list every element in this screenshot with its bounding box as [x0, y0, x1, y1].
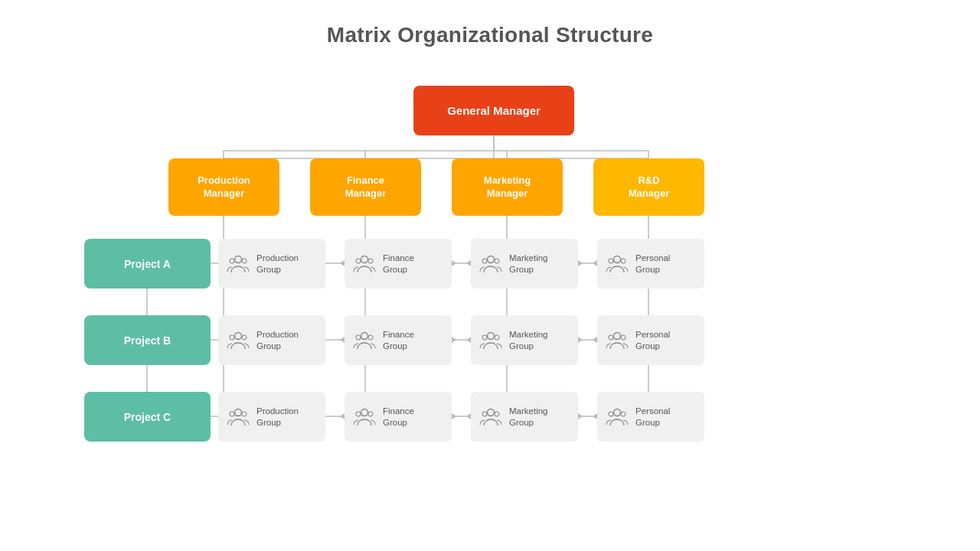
- svg-point-77: [488, 409, 495, 416]
- svg-point-49: [242, 259, 247, 263]
- rd-manager-box: R&DManager: [593, 158, 704, 216]
- group-icon-fin-c: [351, 403, 378, 431]
- group-fin-a: FinanceGroup: [345, 239, 452, 289]
- svg-marker-40: [578, 337, 583, 343]
- svg-point-69: [609, 335, 613, 340]
- svg-point-62: [361, 332, 368, 339]
- group-mkt-a: MarketingGroup: [471, 239, 578, 289]
- general-manager-box: General Manager: [413, 86, 574, 135]
- project-c-label: Project C: [124, 411, 171, 423]
- svg-point-81: [609, 412, 613, 416]
- group-per-c: PersonalGroup: [597, 392, 704, 442]
- svg-point-59: [235, 332, 242, 339]
- group-label-mkt-a: MarketingGroup: [509, 253, 548, 276]
- svg-point-48: [230, 259, 234, 263]
- svg-point-78: [482, 412, 487, 416]
- svg-point-56: [614, 256, 621, 262]
- group-icon-mkt-c: [477, 403, 505, 431]
- group-icon-mkt-b: [477, 327, 505, 354]
- rd-manager-label: R&DManager: [629, 174, 669, 201]
- group-mkt-c: MarketingGroup: [471, 392, 578, 442]
- group-icon-prod-c: [224, 403, 252, 431]
- marketing-manager-label: MarketingManager: [484, 174, 531, 201]
- group-label-per-a: PersonalGroup: [635, 253, 670, 276]
- svg-point-51: [356, 259, 361, 263]
- group-icon-per-a: [603, 250, 631, 278]
- group-label-prod-b: ProductionGroup: [256, 329, 299, 352]
- group-label-fin-c: FinanceGroup: [383, 406, 414, 429]
- group-fin-b: FinanceGroup: [345, 315, 452, 365]
- svg-marker-33: [452, 260, 456, 266]
- svg-point-80: [614, 409, 621, 416]
- group-label-prod-c: ProductionGroup: [256, 406, 299, 429]
- svg-point-79: [495, 412, 499, 416]
- svg-point-73: [242, 412, 247, 416]
- production-manager-box: ProductionManager: [168, 158, 279, 216]
- finance-manager-box: FinanceManager: [310, 158, 421, 216]
- group-label-fin-a: FinanceGroup: [383, 253, 414, 276]
- svg-point-64: [368, 335, 373, 340]
- project-c-box: Project C: [84, 392, 211, 442]
- svg-point-65: [488, 332, 495, 339]
- project-a-box: Project A: [84, 239, 211, 289]
- group-icon-fin-b: [351, 327, 378, 354]
- svg-point-76: [368, 412, 373, 416]
- svg-point-57: [609, 259, 613, 263]
- svg-point-66: [482, 335, 487, 340]
- group-label-mkt-b: MarketingGroup: [509, 329, 548, 352]
- chart-area: General Manager ProductionManager Financ…: [84, 78, 896, 507]
- project-a-label: Project A: [124, 258, 171, 270]
- connector-lines: [84, 78, 896, 507]
- svg-point-74: [361, 409, 368, 416]
- group-icon-fin-a: [351, 250, 378, 278]
- group-icon-prod-a: [224, 250, 252, 278]
- group-per-b: PersonalGroup: [597, 315, 704, 365]
- svg-marker-38: [452, 337, 456, 343]
- svg-point-63: [356, 335, 361, 340]
- svg-point-70: [621, 335, 626, 340]
- svg-point-54: [482, 259, 487, 263]
- svg-point-82: [621, 412, 626, 416]
- svg-marker-35: [578, 260, 583, 266]
- general-manager-label: General Manager: [447, 104, 541, 117]
- svg-marker-43: [452, 413, 456, 419]
- svg-point-53: [488, 256, 495, 262]
- svg-point-52: [368, 259, 373, 263]
- page-title: Matrix Organizational Structure: [327, 23, 653, 47]
- svg-point-75: [356, 412, 361, 416]
- group-label-prod-a: ProductionGroup: [256, 253, 299, 276]
- finance-manager-label: FinanceManager: [345, 174, 386, 201]
- svg-point-50: [361, 256, 368, 262]
- svg-point-60: [230, 335, 234, 340]
- group-label-per-c: PersonalGroup: [635, 406, 670, 429]
- group-prod-a: ProductionGroup: [218, 239, 325, 289]
- svg-point-47: [235, 256, 242, 262]
- group-icon-per-c: [603, 403, 631, 431]
- marketing-manager-box: MarketingManager: [452, 158, 563, 216]
- svg-point-68: [614, 332, 621, 339]
- group-icon-per-b: [603, 327, 631, 354]
- group-prod-c: ProductionGroup: [218, 392, 325, 442]
- group-label-fin-b: FinanceGroup: [383, 329, 414, 352]
- page: Matrix Organizational Structure: [0, 0, 980, 551]
- group-label-per-b: PersonalGroup: [635, 329, 670, 352]
- project-b-label: Project B: [124, 334, 171, 347]
- group-prod-b: ProductionGroup: [218, 315, 325, 365]
- svg-point-61: [242, 335, 247, 340]
- group-icon-prod-b: [224, 327, 252, 354]
- svg-point-58: [621, 259, 626, 263]
- svg-point-72: [230, 412, 234, 416]
- svg-point-55: [495, 259, 499, 263]
- svg-marker-45: [578, 413, 583, 419]
- group-icon-mkt-a: [477, 250, 505, 278]
- svg-point-67: [495, 335, 499, 340]
- svg-point-71: [235, 409, 242, 416]
- group-per-a: PersonalGroup: [597, 239, 704, 289]
- production-manager-label: ProductionManager: [198, 174, 250, 201]
- group-fin-c: FinanceGroup: [345, 392, 452, 442]
- group-label-mkt-c: MarketingGroup: [509, 406, 548, 429]
- group-mkt-b: MarketingGroup: [471, 315, 578, 365]
- project-b-box: Project B: [84, 315, 211, 365]
